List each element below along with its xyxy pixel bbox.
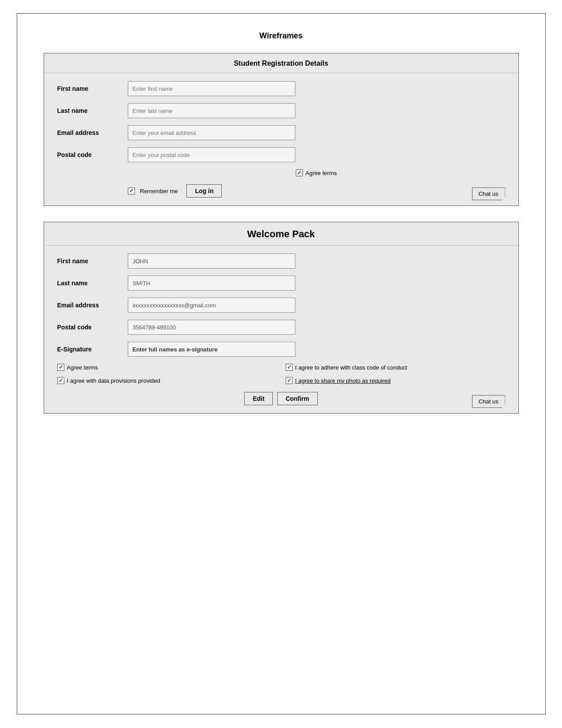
wp-class-conduct-checkbox[interactable] xyxy=(286,364,293,371)
panel1-bottom-row: Remember me Log in Chat us xyxy=(128,184,505,198)
wp-class-conduct-row: I agree to adhere with class code of con… xyxy=(286,364,505,371)
wp-last-name-row: Last name xyxy=(57,276,505,291)
first-name-input[interactable] xyxy=(128,81,295,96)
agree-terms-label: Agree terms xyxy=(305,170,337,176)
wp-agree-terms-label: Agree terms xyxy=(67,364,98,371)
wp-first-name-label: First name xyxy=(57,258,128,265)
last-name-row: Last name xyxy=(57,103,505,118)
wp-first-name-input[interactable] xyxy=(128,254,295,269)
wp-last-name-input[interactable] xyxy=(128,276,295,291)
page-wrapper: Wireframes Student Registration Details … xyxy=(17,13,546,714)
registration-panel-body: First name Last name Email address Posta… xyxy=(44,73,518,205)
wp-esig-label: E-Signature xyxy=(57,346,128,353)
wp-email-label: Email address xyxy=(57,302,128,309)
welcome-panel: Welcome Pack First name Last name Email … xyxy=(44,222,519,414)
last-name-label: Last name xyxy=(57,107,128,114)
postal-row: Postal code xyxy=(57,147,505,162)
wp-email-row: Email address xyxy=(57,298,505,313)
welcome-panel-header: Welcome Pack xyxy=(44,222,518,246)
welcome-panel-body: First name Last name Email address Posta… xyxy=(44,246,518,413)
wp-share-photo-label: I agree to share my photo as required xyxy=(295,377,391,384)
wp-agree-terms-row: Agree terms xyxy=(57,364,277,371)
email-row: Email address xyxy=(57,125,505,140)
wp-first-name-row: First name xyxy=(57,254,505,269)
wp-class-conduct-label: I agree to adhere with class code of con… xyxy=(295,364,407,371)
wp-share-photo-checkbox[interactable] xyxy=(286,377,293,384)
wp-data-provisions-checkbox[interactable] xyxy=(57,377,64,384)
first-name-row: First name xyxy=(57,81,505,96)
confirm-button[interactable]: Confirm xyxy=(277,392,318,405)
chat-button-panel2[interactable]: Chat us xyxy=(472,395,505,408)
registration-panel-header: Student Registration Details xyxy=(44,53,518,73)
wp-esig-input[interactable] xyxy=(128,342,295,357)
wp-last-name-label: Last name xyxy=(57,280,128,287)
wp-postal-row: Postal code xyxy=(57,320,505,335)
agree-terms-checkbox[interactable] xyxy=(296,169,303,176)
remember-me-checkbox[interactable] xyxy=(128,187,135,194)
wp-postal-label: Postal code xyxy=(57,324,128,331)
edit-button[interactable]: Edit xyxy=(244,392,272,405)
first-name-label: First name xyxy=(57,85,128,92)
login-button[interactable]: Log in xyxy=(186,184,222,198)
remember-me-label: Remember me xyxy=(140,188,178,194)
last-name-input[interactable] xyxy=(128,103,295,118)
wp-data-provisions-label: I agree with data provisions provided xyxy=(67,377,160,384)
wp-checkboxes-grid: Agree terms I agree to adhere with class… xyxy=(57,364,505,388)
wp-agree-terms-checkbox[interactable] xyxy=(57,364,64,371)
registration-panel: Student Registration Details First name … xyxy=(44,53,519,206)
email-label: Email address xyxy=(57,129,128,136)
wp-bottom-actions: Edit Confirm Chat us xyxy=(57,392,505,405)
postal-input[interactable] xyxy=(128,147,295,162)
email-input[interactable] xyxy=(128,125,295,140)
agree-terms-row: Agree terms xyxy=(296,169,337,176)
page-title: Wireframes xyxy=(44,31,519,41)
wp-data-provisions-row: I agree with data provisions provided xyxy=(57,377,277,384)
wp-email-input[interactable] xyxy=(128,298,295,313)
postal-label: Postal code xyxy=(57,151,128,158)
chat-button-panel1[interactable]: Chat us xyxy=(472,187,505,200)
wp-share-photo-row: I agree to share my photo as required xyxy=(286,377,505,384)
wp-esig-row: E-Signature xyxy=(57,342,505,357)
wp-postal-input[interactable] xyxy=(128,320,295,335)
